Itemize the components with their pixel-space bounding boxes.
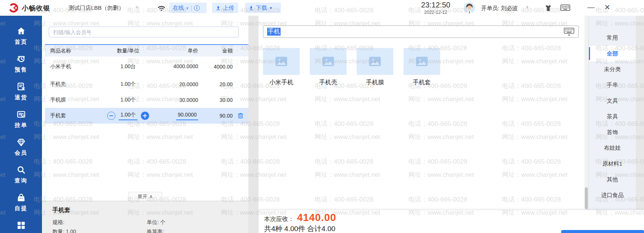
checkout-bar: 本次应收： 4140.00 共4种 4.00件 合计4.00 <box>258 210 644 233</box>
product-name: 小米手机 <box>263 79 300 87</box>
sidebar-item-pickup[interactable]: 自提 <box>0 193 42 212</box>
pos-app: 小畅收银 测试门店LBB（勿删） ▼ 在线 ∨ | i 上传 下载 ▼ 23:1… <box>0 0 644 233</box>
cart-item-name: 手机壳 <box>45 81 100 88</box>
expand-label: 展开 <box>137 193 147 200</box>
cart-item-name: 手机套 <box>45 112 100 119</box>
product-card[interactable]: 小米手机 <box>263 48 300 87</box>
category-item[interactable]: 茶具 <box>589 109 636 124</box>
cart-item-price[interactable]: 90.0000 <box>156 111 198 120</box>
category-item[interactable]: 进口食品 <box>589 187 636 203</box>
online-status-chip[interactable]: 在线 ∨ | i <box>169 3 207 13</box>
qty-plus-button[interactable] <box>141 112 149 120</box>
detail-qty: 数量: 1.00 <box>52 229 76 233</box>
download-label: 下载 <box>256 4 267 12</box>
cart-table: 商品名称 数量/单位 单价 金额 小米手机 1.00台 4000.0000 40… <box>45 44 248 124</box>
sidebar-item-query[interactable]: 查询 <box>0 165 42 184</box>
cart-item-amount: 4000.00 <box>198 64 233 70</box>
sidebar-item-hold-order[interactable]: 挂单 <box>0 109 42 129</box>
product-name: 手机套 <box>403 79 440 87</box>
product-card[interactable]: 手机膜 <box>357 48 393 87</box>
sidebar-item-presale[interactable]: 预售 <box>0 54 42 73</box>
category-item[interactable]: 首饰 <box>589 124 636 140</box>
cart-item-name: 小米手机 <box>45 63 100 70</box>
avatar[interactable] <box>464 2 475 13</box>
product-grid: 小米手机 手机壳 手机膜 手机套 <box>263 48 440 87</box>
app-title: 小畅收银 <box>22 4 50 13</box>
download-button[interactable]: 下载 ▼ <box>245 3 281 13</box>
cashier-caret-icon[interactable]: ▼ <box>525 5 529 9</box>
self-pickup-bag-icon <box>16 193 26 203</box>
qty-minus-button[interactable] <box>107 112 115 120</box>
search-selected-text: 手机 <box>267 28 281 36</box>
cart-row[interactable]: 手机壳 1.00个 20.0000 20.00 <box>45 76 248 92</box>
download-icon <box>248 5 254 11</box>
delete-item-button[interactable] <box>233 112 248 119</box>
query-search-icon <box>16 165 26 175</box>
product-image-placeholder <box>403 48 440 75</box>
checkout-button[interactable] <box>561 230 644 233</box>
cart-item-qty: 1.00个 <box>100 81 156 88</box>
hold-order-icon <box>16 109 26 119</box>
cart-item-price: 4000.0000 <box>156 63 198 70</box>
category-item[interactable]: 文具 <box>589 93 636 109</box>
product-image-placeholder <box>357 48 393 75</box>
product-card[interactable]: 手机套 <box>403 48 440 87</box>
minimize-button[interactable]: — <box>587 3 595 11</box>
wifi-icon <box>157 3 166 12</box>
category-item[interactable]: 常用 <box>589 30 636 46</box>
cart-row[interactable]: 手机膜 1.00个 30.0000 30.00 <box>45 92 248 108</box>
top-bar: 小畅收银 测试门店LBB（勿删） ▼ 在线 ∨ | i 上传 下载 ▼ 23:1… <box>0 0 644 16</box>
keyboard-icon[interactable] <box>560 4 570 12</box>
qty-editable-value[interactable]: 1.00个 <box>119 112 137 120</box>
category-item[interactable]: 其他 <box>589 172 636 187</box>
clock-block: 23:12:50 2022-12-12 <box>415 1 456 15</box>
online-status-label: 在线 <box>173 4 184 12</box>
product-image-placeholder <box>310 48 347 75</box>
chevron-up-icon: ∧ <box>149 194 153 199</box>
amount-due-label: 本次应收： <box>264 215 294 223</box>
product-card[interactable]: 手机壳 <box>310 48 347 87</box>
cart-item-amount: 30.00 <box>198 97 233 103</box>
scrollbar-thumb[interactable] <box>585 187 588 209</box>
product-name: 手机壳 <box>310 79 347 87</box>
upload-label: 上传 <box>223 4 234 12</box>
category-sidebar: 常用 全部 未分类 手串 文具 茶具 首饰 布娃娃 原材料1 其他 进口食品 <box>589 16 636 210</box>
cart-item-amount: 20.00 <box>198 81 233 87</box>
cart-item-amount: 90.00 <box>198 113 233 119</box>
sidebar-item-member[interactable]: 会员 <box>0 137 42 157</box>
col-product-name: 商品名称 <box>45 48 100 54</box>
current-time: 23:12:50 <box>415 1 456 9</box>
cart-item-qty: 1.00个 <box>100 97 156 103</box>
category-item[interactable]: 手串 <box>589 77 636 93</box>
download-caret-icon[interactable]: ▼ <box>269 6 273 10</box>
catalog-panel: 手机 小米手机 手 <box>258 16 586 233</box>
cart-panel: 商品名称 数量/单位 单价 金额 小米手机 1.00台 4000.0000 40… <box>42 16 248 233</box>
detail-unit: 单位: 个 <box>147 219 166 226</box>
close-button[interactable]: ✕ <box>604 3 610 12</box>
image-icon <box>416 57 428 66</box>
scrollbar-track[interactable] <box>584 16 588 210</box>
sidebar-item-returns[interactable]: 退货 <box>0 82 42 101</box>
trash-icon <box>237 112 244 119</box>
cart-row-selected[interactable]: 手机套 1.00个 90.0000 90.00 <box>45 108 248 124</box>
sidebar-item-home[interactable]: 首页 <box>0 26 42 46</box>
sidebar-item-more[interactable]: 更多 <box>0 220 42 233</box>
online-chevron-icon[interactable]: ∨ <box>186 6 189 10</box>
category-item[interactable]: 未分类 <box>589 61 636 77</box>
category-item[interactable]: 原材料1 <box>589 156 636 172</box>
theme-shirt-icon[interactable] <box>544 4 553 12</box>
cashier-selector[interactable]: 开单员: 刘必波 <box>481 5 518 12</box>
member-search-input[interactable] <box>49 27 239 37</box>
expand-toggle-button[interactable]: 展开 ∧ <box>129 192 162 201</box>
category-item-selected[interactable]: 全部 <box>589 46 636 61</box>
store-selector[interactable]: 测试门店LBB（勿删） <box>69 4 124 12</box>
info-icon[interactable]: i <box>194 5 200 11</box>
member-diamond-icon <box>16 137 26 147</box>
upload-button[interactable]: 上传 <box>212 3 238 13</box>
store-caret-icon[interactable]: ▼ <box>135 5 139 9</box>
category-item[interactable]: 布娃娃 <box>589 140 636 156</box>
product-image-placeholder <box>263 48 300 75</box>
product-search-input[interactable]: 手机 <box>263 25 579 38</box>
cart-row[interactable]: 小米手机 1.00台 4000.0000 4000.00 <box>45 57 248 76</box>
keyboard-icon[interactable] <box>563 27 575 36</box>
